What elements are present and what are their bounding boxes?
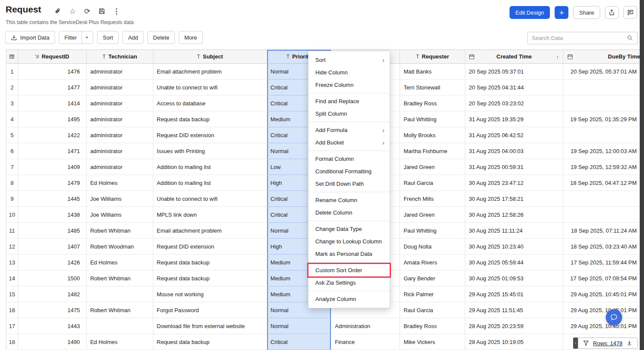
column-header-requester[interactable]: T Requester bbox=[400, 50, 465, 64]
cell-created[interactable]: 20 Sep 2025 04:31:44 bbox=[465, 80, 563, 95]
cell-request-id[interactable]: 1482 bbox=[18, 286, 87, 302]
cell-request-id[interactable]: 1443 bbox=[18, 318, 87, 334]
cell-technician[interactable]: administrator bbox=[87, 80, 153, 95]
menu-item-change-data-type[interactable]: Change Data Type bbox=[308, 223, 390, 235]
cell-dueby[interactable] bbox=[563, 80, 641, 95]
menu-item-rename-column[interactable]: Rename Column bbox=[308, 194, 390, 206]
cell-requester[interactable]: Paul Whitting bbox=[400, 111, 465, 127]
menu-item-mark-as-personal-data[interactable]: Mark as Personal Data bbox=[308, 248, 390, 260]
cell-subject[interactable]: Addition to mailing list bbox=[153, 159, 267, 175]
cell-created[interactable]: 30 Aug 2025 10:23:40 bbox=[465, 239, 563, 255]
cell-num[interactable]: 15 bbox=[6, 286, 18, 302]
menu-item-add-formula[interactable]: Add Formula› bbox=[308, 124, 390, 136]
cell-technician[interactable]: administrator bbox=[87, 111, 153, 127]
cell-num[interactable]: 6 bbox=[6, 143, 18, 159]
cell-num[interactable]: 5 bbox=[6, 127, 18, 143]
menu-item-ask-zia-settings[interactable]: Ask Zia Settings bbox=[308, 276, 390, 289]
cell-technician[interactable] bbox=[87, 318, 153, 334]
cell-subject[interactable]: Email attachment problem bbox=[153, 223, 267, 239]
attach-icon[interactable] bbox=[54, 7, 62, 15]
column-header-created-time[interactable]: Created Time ↑ bbox=[465, 50, 563, 64]
cell-dept[interactable]: Finance bbox=[331, 334, 400, 350]
cell-subject[interactable]: Request data backup bbox=[153, 111, 267, 127]
cell-dueby[interactable]: 29 Aug 2025, 10:45:01 PM bbox=[563, 286, 641, 302]
cell-created[interactable]: 29 Aug 2025 15:45:01 bbox=[465, 286, 563, 302]
cell-dueby[interactable] bbox=[563, 95, 641, 111]
cell-dueby[interactable]: 29 Aug 2025, 10:45:01 PM bbox=[563, 302, 641, 318]
cell-created[interactable]: 31 Aug 2025 00:59:31 bbox=[465, 159, 563, 175]
cell-subject[interactable]: Request DID extension bbox=[153, 239, 267, 255]
cell-technician[interactable]: Ed Holmes bbox=[87, 255, 153, 270]
column-header-subject[interactable]: T Subject bbox=[153, 50, 267, 64]
cell-technician[interactable]: Robert Woodman bbox=[87, 239, 153, 255]
menu-item-split-column[interactable]: Split Column bbox=[308, 107, 390, 120]
cell-created[interactable]: 31 Aug 2025 04:00:03 bbox=[465, 143, 563, 159]
cell-technician[interactable]: Ed Holmes bbox=[87, 334, 153, 350]
cell-requester[interactable]: Bradley Ross bbox=[400, 318, 465, 334]
cell-technician[interactable]: administrator bbox=[87, 127, 153, 143]
cell-requester[interactable]: Bradley Ross bbox=[400, 95, 465, 111]
menu-item-delete-column[interactable]: Delete Column bbox=[308, 206, 390, 219]
cell-num[interactable]: 13 bbox=[6, 255, 18, 270]
cell-technician[interactable]: Robert Whitman bbox=[87, 223, 153, 239]
column-header-rownum[interactable] bbox=[6, 50, 18, 64]
cell-num[interactable]: 18 bbox=[6, 334, 18, 350]
menu-item-change-to-lookup-column[interactable]: Change to Lookup Column bbox=[308, 235, 390, 248]
cell-created[interactable]: 30 Aug 2025 12:58:26 bbox=[465, 207, 563, 223]
export-button[interactable] bbox=[605, 6, 619, 19]
cell-subject[interactable]: Unable to connect to wifi bbox=[153, 191, 267, 207]
cell-dept[interactable]: Administration bbox=[331, 318, 400, 334]
cell-technician[interactable]: administrator bbox=[87, 95, 153, 111]
cell-priority[interactable]: Critical bbox=[267, 334, 332, 350]
table-row[interactable]: 171443Download file from external websit… bbox=[6, 318, 641, 334]
cell-request-id[interactable]: 1414 bbox=[18, 95, 87, 111]
cell-num[interactable]: 16 bbox=[6, 302, 18, 318]
share-button[interactable]: Share bbox=[573, 6, 600, 19]
cell-dueby[interactable] bbox=[563, 207, 641, 223]
cell-num[interactable]: 2 bbox=[6, 80, 18, 95]
cell-requester[interactable]: Raul Garcia bbox=[400, 302, 465, 318]
cell-dueby[interactable]: 17 Sep 2025, 07:09:54 PM bbox=[563, 270, 641, 286]
cell-request-id[interactable]: 1445 bbox=[18, 191, 87, 207]
add-new-button[interactable]: + bbox=[555, 6, 568, 19]
refresh-icon[interactable]: ⟳ bbox=[83, 7, 91, 15]
cell-created[interactable]: 30 Aug 2025 23:47:12 bbox=[465, 175, 563, 191]
cell-request-id[interactable]: 1438 bbox=[18, 207, 87, 223]
cell-created[interactable]: 29 Aug 2025 11:51:45 bbox=[465, 302, 563, 318]
cell-requester[interactable]: Matt Banks bbox=[400, 64, 465, 80]
sort-button[interactable]: Sort bbox=[97, 31, 119, 44]
column-header-dueby-time[interactable]: DueBy Time bbox=[563, 50, 641, 64]
add-button[interactable]: Add bbox=[122, 31, 143, 44]
more-button[interactable]: More bbox=[179, 31, 203, 44]
cell-dueby[interactable]: 18 Sep 2025, 04:47:12 PM bbox=[563, 175, 641, 191]
cell-requester[interactable]: Amata Rivers bbox=[400, 255, 465, 270]
cell-requester[interactable]: Doug Nolta bbox=[400, 239, 465, 255]
search-icon[interactable] bbox=[627, 35, 633, 41]
cell-technician[interactable]: administrator bbox=[87, 159, 153, 175]
cell-requester[interactable]: Molly Brooks bbox=[400, 127, 465, 143]
cell-technician[interactable]: Ed Holmes bbox=[87, 175, 153, 191]
cell-num[interactable]: 12 bbox=[6, 239, 18, 255]
cell-subject[interactable]: Download file from external website bbox=[153, 318, 267, 334]
cell-request-id[interactable]: 1495 bbox=[18, 111, 87, 127]
cell-num[interactable]: 14 bbox=[6, 270, 18, 286]
rows-count[interactable]: Rows: 1478 bbox=[593, 340, 623, 347]
vertical-scrollbar[interactable] bbox=[640, 0, 644, 350]
cell-technician[interactable] bbox=[87, 286, 153, 302]
cell-technician[interactable]: administrator bbox=[87, 64, 153, 80]
cell-dueby[interactable] bbox=[563, 127, 641, 143]
comments-button[interactable] bbox=[623, 6, 637, 19]
cell-subject[interactable]: Forgot Password bbox=[153, 302, 267, 318]
cell-num[interactable]: 1 bbox=[6, 64, 18, 80]
search-input[interactable] bbox=[528, 35, 627, 41]
cell-dueby[interactable]: 18 Sep 2025, 07:11:24 AM bbox=[563, 223, 641, 239]
cell-dueby[interactable]: 19 Sep 2025, 01:35:29 PM bbox=[563, 111, 641, 127]
cell-dueby[interactable]: 19 Sep 2025, 12:00:03 AM bbox=[563, 143, 641, 159]
cell-num[interactable]: 8 bbox=[6, 175, 18, 191]
menu-item-find-and-replace[interactable]: Find and Replace bbox=[308, 95, 390, 107]
cell-created[interactable]: 28 Aug 2025 20:23:59 bbox=[465, 318, 563, 334]
delete-button[interactable]: Delete bbox=[147, 31, 175, 44]
filter-caret-icon[interactable]: ▾ bbox=[82, 31, 88, 43]
cell-subject[interactable]: Request data backup bbox=[153, 255, 267, 270]
filter-funnel-icon[interactable] bbox=[583, 340, 589, 346]
